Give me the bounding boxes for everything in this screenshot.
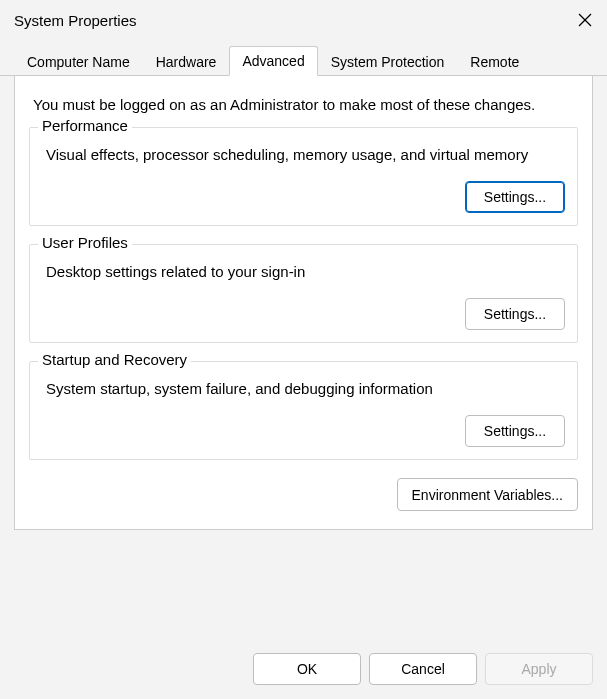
close-button[interactable] xyxy=(563,0,607,40)
group-user-profiles: User Profiles Desktop settings related t… xyxy=(29,244,578,343)
group-startup-recovery: Startup and Recovery System startup, sys… xyxy=(29,361,578,460)
group-performance-button-row: Settings... xyxy=(42,181,565,213)
group-user-profiles-desc: Desktop settings related to your sign-in xyxy=(46,263,565,280)
group-performance: Performance Visual effects, processor sc… xyxy=(29,127,578,226)
tab-content-advanced: You must be logged on as an Administrato… xyxy=(14,76,593,530)
group-user-profiles-button-row: Settings... xyxy=(42,298,565,330)
tab-remote[interactable]: Remote xyxy=(457,47,532,76)
tab-hardware[interactable]: Hardware xyxy=(143,47,230,76)
user-profiles-settings-button[interactable]: Settings... xyxy=(465,298,565,330)
tabstrip: Computer Name Hardware Advanced System P… xyxy=(0,40,607,76)
ok-button[interactable]: OK xyxy=(253,653,361,685)
startup-recovery-settings-button[interactable]: Settings... xyxy=(465,415,565,447)
dialog-footer: OK Cancel Apply xyxy=(253,653,593,685)
apply-button[interactable]: Apply xyxy=(485,653,593,685)
tab-system-protection[interactable]: System Protection xyxy=(318,47,458,76)
performance-settings-button[interactable]: Settings... xyxy=(465,181,565,213)
intro-text: You must be logged on as an Administrato… xyxy=(33,96,574,113)
system-properties-dialog: System Properties Computer Name Hardware… xyxy=(0,0,607,699)
cancel-button[interactable]: Cancel xyxy=(369,653,477,685)
tab-advanced[interactable]: Advanced xyxy=(229,46,317,76)
group-startup-recovery-title: Startup and Recovery xyxy=(38,351,191,368)
env-button-row: Environment Variables... xyxy=(29,478,578,511)
window-title: System Properties xyxy=(14,12,137,29)
close-icon xyxy=(578,13,592,27)
group-startup-recovery-button-row: Settings... xyxy=(42,415,565,447)
titlebar: System Properties xyxy=(0,0,607,40)
group-performance-desc: Visual effects, processor scheduling, me… xyxy=(46,146,565,163)
tab-computer-name[interactable]: Computer Name xyxy=(14,47,143,76)
group-user-profiles-title: User Profiles xyxy=(38,234,132,251)
environment-variables-button[interactable]: Environment Variables... xyxy=(397,478,578,511)
group-startup-recovery-desc: System startup, system failure, and debu… xyxy=(46,380,565,397)
group-performance-title: Performance xyxy=(38,117,132,134)
